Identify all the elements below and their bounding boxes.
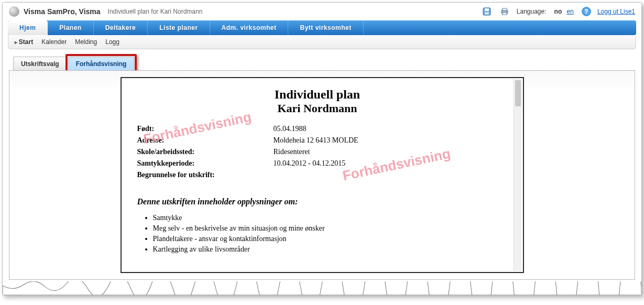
field-label: Adresse: — [137, 136, 274, 145]
preview-panel: Forhåndsvisning Forhåndsvisning Individu… — [9, 70, 635, 280]
field-skole: Skole/arbeidssted: Ridesenteret — [137, 148, 498, 156]
field-label: Begrunnelse for utskrift: — [137, 171, 274, 179]
field-adresse: Adresse: Moldeheia 12 6413 MOLDE — [137, 136, 498, 145]
menu-bytt-virksomhet[interactable]: Bytt virksomhet — [288, 20, 363, 35]
tab-forhandsvisning[interactable]: Forhåndsvisning — [68, 57, 135, 70]
sub-tabs: Utskriftsvalg Forhåndsvisning — [13, 57, 635, 70]
doc-person-name: Kari Nordmann — [137, 102, 498, 115]
field-fodt: Født: 05.04.1988 — [137, 125, 498, 133]
tab-utskriftsvalg[interactable]: Utskriftsvalg — [13, 57, 67, 70]
list-item: Kartlegging av ulike livsområder — [153, 245, 498, 254]
print-icon[interactable] — [499, 6, 510, 17]
menu-adm-virksomhet[interactable]: Adm. virksomhet — [210, 20, 289, 35]
content-area: Utskriftsvalg Forhåndsvisning Forhåndsvi… — [9, 57, 635, 280]
menu-hjem[interactable]: Hjem — [8, 20, 48, 35]
main-menu: Hjem Planen Deltakere Liste planer Adm. … — [8, 20, 636, 35]
torn-edge — [3, 281, 641, 295]
svg-rect-4 — [503, 8, 507, 10]
document-preview: Forhåndsvisning Forhåndsvisning Individu… — [121, 77, 524, 273]
field-value: Ridesenteret — [274, 148, 310, 156]
help-icon[interactable]: ? — [582, 7, 591, 16]
doc-title: Individuell plan — [137, 88, 498, 102]
app-title: Visma SamPro, Visma — [24, 7, 101, 16]
svg-rect-5 — [503, 13, 507, 15]
svg-rect-2 — [485, 12, 489, 15]
sub-menu: Start Kalender Melding Logg — [8, 35, 636, 49]
tab-forhandsvisning-label: Forhåndsvisning — [76, 60, 127, 68]
submenu-kalender[interactable]: Kalender — [41, 38, 67, 46]
menu-deltakere[interactable]: Deltakere — [94, 20, 148, 35]
app-window: Visma SamPro, Visma Individuell plan for… — [2, 2, 642, 296]
scrollbar[interactable] — [514, 79, 522, 271]
document-body: Forhåndsvisning Forhåndsvisning Individu… — [122, 78, 514, 256]
bullet-list: Samtykke Meg selv - en beskrivelse av mi… — [137, 214, 498, 254]
language-links: no en — [553, 8, 575, 15]
top-right-tools: Language: no en ? Logg ut Lise1 — [481, 6, 635, 17]
lang-en[interactable]: en — [567, 8, 574, 15]
logout-link[interactable]: Logg ut Lise1 — [597, 8, 635, 15]
field-label: Født: — [137, 125, 274, 133]
submenu-logg[interactable]: Logg — [105, 38, 119, 46]
list-item: Samtykke — [153, 214, 498, 222]
scrollbar-thumb[interactable] — [515, 80, 521, 106]
field-value: 05.04.1988 — [274, 125, 307, 133]
field-label: Skole/arbeidssted: — [137, 148, 274, 156]
field-samtykkeperiode: Samtykkeperiode: 10.04.2012 - 04.12.2015 — [137, 159, 498, 168]
language-label: Language: — [517, 8, 547, 15]
section-heading: Denne utskriften inneholder opplysninger… — [137, 197, 498, 206]
list-item: Plandeltakere - ansvar og kontaktinforma… — [153, 235, 498, 243]
field-begrunnelse: Begrunnelse for utskrift: — [137, 171, 498, 179]
menu-planen[interactable]: Planen — [48, 20, 93, 35]
save-icon[interactable] — [481, 6, 493, 17]
doc-fields: Født: 05.04.1988 Adresse: Moldeheia 12 6… — [137, 125, 498, 179]
submenu-melding[interactable]: Melding — [75, 38, 97, 46]
menu-liste-planer[interactable]: Liste planer — [148, 20, 210, 35]
field-label: Samtykkeperiode: — [137, 159, 274, 168]
svg-rect-1 — [485, 8, 489, 11]
top-bar: Visma SamPro, Visma Individuell plan for… — [3, 3, 641, 20]
submenu-start[interactable]: Start — [15, 38, 33, 46]
app-logo-icon — [9, 6, 19, 17]
lang-no[interactable]: no — [554, 8, 562, 15]
list-item: Meg selv - en beskrivelse av min situasj… — [153, 224, 498, 233]
page-subtitle: Individuell plan for Kari Nordmann — [108, 8, 203, 15]
field-value: Moldeheia 12 6413 MOLDE — [274, 136, 358, 145]
field-value: 10.04.2012 - 04.12.2015 — [274, 159, 346, 168]
